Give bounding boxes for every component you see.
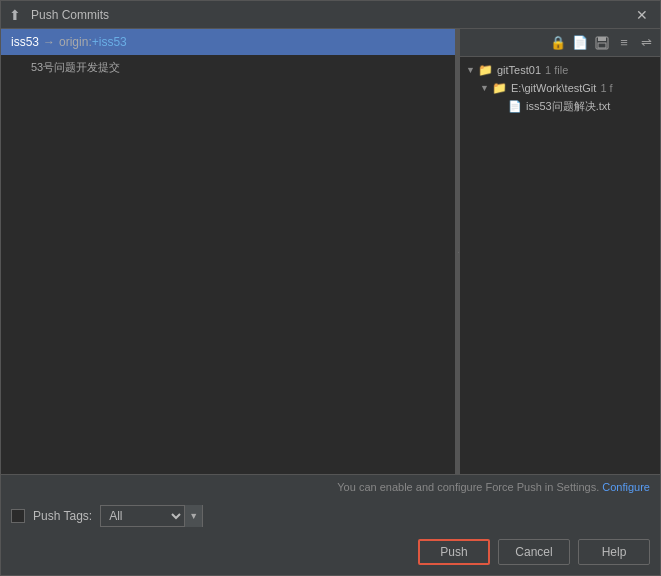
expand-icon[interactable]: ⇌ (636, 33, 656, 53)
tree-item-file[interactable]: 📄 iss53问题解决.txt (460, 97, 660, 116)
tree-item-count: 1 file (545, 64, 568, 76)
right-panel: 🔒 📄 ≡ ⇌ ▼ 📁 gitTest01 (460, 29, 660, 474)
push-button[interactable]: Push (418, 539, 490, 565)
right-toolbar: 🔒 📄 ≡ ⇌ (460, 29, 660, 57)
force-push-info: You can enable and configure Force Push … (1, 475, 660, 499)
folder-icon: 📁 (478, 63, 493, 77)
push-tags-bar: Push Tags: All None Annotated ▼ (1, 499, 660, 533)
local-branch: iss53 (11, 35, 39, 49)
remote-name: origin (59, 35, 88, 49)
main-content: iss53 → origin : +iss53 53号问题开发提交 ··· 🔒 … (1, 29, 660, 474)
bottom-bar: You can enable and configure Force Push … (1, 474, 660, 575)
tree-item-filename: iss53问题解决.txt (526, 99, 610, 114)
window-title: Push Commits (31, 8, 632, 22)
configure-link[interactable]: Configure (602, 481, 650, 493)
folder-icon-2: 📁 (492, 81, 507, 95)
svg-rect-2 (598, 43, 606, 48)
push-tags-select[interactable]: All None Annotated (101, 508, 184, 524)
window-icon: ⬆ (9, 7, 25, 23)
push-commits-window: ⬆ Push Commits ✕ iss53 → origin : +iss53… (0, 0, 661, 576)
lock-icon[interactable]: 🔒 (548, 33, 568, 53)
push-tags-label: Push Tags: (33, 509, 92, 523)
save-icon[interactable] (592, 33, 612, 53)
commit-message: 53号问题开发提交 (1, 55, 455, 80)
file-txt-icon: 📄 (508, 100, 522, 113)
select-arrow-icon[interactable]: ▼ (184, 505, 202, 527)
leaf-spacer (496, 102, 506, 112)
close-button[interactable]: ✕ (632, 5, 652, 25)
title-bar: ⬆ Push Commits ✕ (1, 1, 660, 29)
expand-arrow-icon: ▼ (466, 65, 476, 75)
branch-arrow: → (43, 35, 55, 49)
cancel-button[interactable]: Cancel (498, 539, 570, 565)
file-tree: ▼ 📁 gitTest01 1 file ▼ 📁 E:\gitWork\test… (460, 57, 660, 474)
filter-icon[interactable]: ≡ (614, 33, 634, 53)
help-button[interactable]: Help (578, 539, 650, 565)
push-tags-checkbox[interactable] (11, 509, 25, 523)
tree-item-name-2: E:\gitWork\testGit (511, 82, 596, 94)
tree-item-name: gitTest01 (497, 64, 541, 76)
file-icon[interactable]: 📄 (570, 33, 590, 53)
push-tags-select-wrapper[interactable]: All None Annotated ▼ (100, 505, 203, 527)
force-push-text: You can enable and configure Force Push … (337, 481, 599, 493)
tree-item-count-2: 1 f (600, 82, 612, 94)
buttons-bar: Push Cancel Help (1, 533, 660, 575)
commits-list-body (1, 80, 455, 474)
tree-item-gitwork[interactable]: ▼ 📁 E:\gitWork\testGit 1 f (460, 79, 660, 97)
left-panel: iss53 → origin : +iss53 53号问题开发提交 (1, 29, 456, 474)
tree-item-gitTest01[interactable]: ▼ 📁 gitTest01 1 file (460, 61, 660, 79)
svg-rect-1 (598, 37, 606, 41)
branch-row[interactable]: iss53 → origin : +iss53 (1, 29, 455, 55)
expand-arrow-icon-2: ▼ (480, 83, 490, 93)
plus-remote-branch: +iss53 (92, 35, 127, 49)
